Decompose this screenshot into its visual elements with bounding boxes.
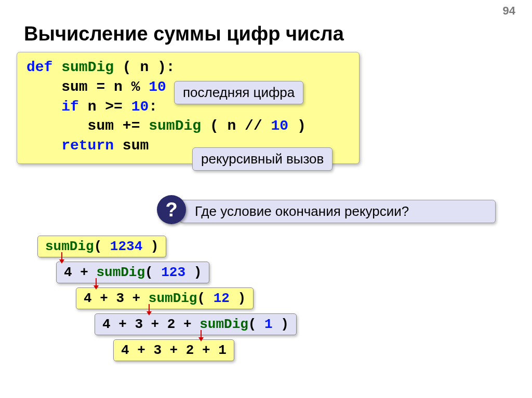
arrow-icon — [149, 304, 150, 314]
slide-title: Вычисление суммы цифр числа — [24, 23, 344, 45]
question-callout: Где условие окончания рекурсии? — [180, 200, 496, 223]
code-l3-n: 10 — [131, 99, 149, 115]
rec2-n: 123 — [161, 265, 185, 280]
rec3-pre: 4 + 3 + — [84, 291, 149, 306]
question-mark-icon: ? — [157, 195, 186, 224]
rec1-lp: ( — [94, 239, 110, 254]
code-l2-n: 10 — [149, 79, 166, 95]
code-l4-post: ) — [288, 118, 306, 134]
rec2-fn: sumDig — [96, 265, 145, 280]
kw-def: def — [26, 59, 52, 75]
rec-step-3: 4 + 3 + sumDig( 12 ) — [76, 287, 254, 309]
rec1-rp: ) — [142, 239, 158, 254]
code-l4-fn: sumDig — [149, 118, 210, 134]
rec2-lp: ( — [145, 265, 161, 280]
rec3-n: 12 — [214, 291, 230, 306]
callout-recursive-call: рекурсивный вызов — [192, 147, 332, 171]
rec-step-4: 4 + 3 + 2 + sumDig( 1 ) — [95, 313, 297, 335]
arrow-icon — [61, 252, 62, 263]
code-l5-post: sum — [114, 138, 149, 154]
rec-step-2: 4 + sumDig( 123 ) — [56, 262, 209, 283]
code-l4-pre: sum += — [26, 118, 149, 134]
rec4-pre: 4 + 3 + 2 + — [102, 317, 200, 332]
rec-step-1: sumDig( 1234 ) — [37, 236, 166, 257]
rec3-rp: ) — [230, 291, 246, 306]
rec1-fn: sumDig — [45, 239, 94, 254]
rec-step-5: 4 + 3 + 2 + 1 — [113, 339, 234, 361]
kw-return: return — [26, 138, 114, 154]
code-l3-mid: n >= — [79, 99, 131, 115]
arrow-icon — [201, 330, 202, 340]
arrow-icon — [96, 278, 97, 289]
rec1-n: 1234 — [110, 239, 142, 254]
fn-name: sumDig — [52, 59, 122, 75]
code-l3-post: : — [149, 99, 157, 115]
rec3-fn: sumDig — [149, 291, 197, 306]
page-number: 94 — [503, 4, 515, 18]
callout-last-digit: последняя цифра — [174, 81, 303, 104]
rec4-rp: ) — [273, 317, 289, 332]
rec4-fn: sumDig — [200, 317, 248, 332]
rec4-n: 1 — [264, 317, 273, 332]
code-l2-pre: sum = n % — [26, 79, 149, 95]
code-args: ( n ): — [123, 59, 175, 75]
rec4-lp: ( — [248, 317, 264, 332]
code-l4-n: 10 — [271, 118, 289, 134]
rec3-lp: ( — [197, 291, 213, 306]
code-l4-args: ( n // — [210, 118, 271, 134]
rec2-rp: ) — [185, 265, 202, 280]
rec2-pre: 4 + — [64, 265, 96, 280]
kw-if: if — [26, 99, 79, 115]
